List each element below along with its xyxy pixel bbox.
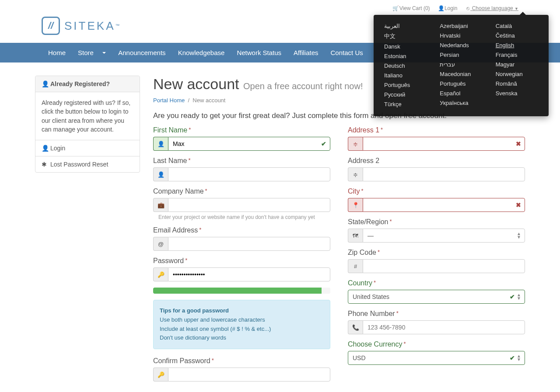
language-option[interactable]: Magyar — [496, 61, 538, 68]
language-option[interactable]: Čeština — [496, 32, 538, 39]
x-icon: ✖ — [516, 140, 521, 147]
password-tips: Tips for a good password Use both upper … — [153, 300, 330, 349]
language-option[interactable]: Azerbaijani — [440, 23, 482, 29]
first-name-label: First Name — [153, 126, 330, 134]
nav-store[interactable]: Store — [72, 43, 112, 62]
address1-input[interactable] — [368, 140, 520, 147]
language-option[interactable]: Türkçe — [384, 101, 427, 108]
signpost-icon: ≑ — [348, 137, 363, 151]
currency-select[interactable]: USD — [353, 354, 366, 361]
check-icon: ✔ — [321, 140, 326, 147]
language-option[interactable]: English — [496, 42, 538, 49]
email-input[interactable] — [173, 240, 326, 247]
language-option[interactable]: Українська — [440, 100, 482, 106]
language-option[interactable]: Français — [496, 52, 538, 58]
language-option[interactable]: Macedonian — [440, 71, 482, 77]
login-link[interactable]: 👤 Login — [438, 5, 458, 11]
chevron-down-icon — [102, 52, 106, 54]
city-label: City — [348, 187, 525, 195]
sidebar-login-link[interactable]: 👤Login — [35, 140, 140, 156]
nav-contact[interactable]: Contact Us — [325, 43, 369, 62]
choose-language-link[interactable]: ⎋ Choose language ▼ — [465, 5, 518, 11]
language-option[interactable]: Hrvatski — [440, 32, 482, 39]
logo-icon: // — [42, 17, 60, 35]
globe-icon: ⎋ — [465, 5, 470, 11]
currency-label: Choose Currency — [348, 340, 525, 348]
chevron-updown-icon: ▲▼ — [517, 354, 521, 361]
language-option[interactable]: Português — [384, 82, 427, 88]
check-icon: ✔ — [510, 354, 515, 361]
phone-label: Phone Number — [348, 310, 525, 318]
address2-input[interactable] — [368, 171, 520, 178]
briefcase-icon: 💼 — [153, 198, 168, 212]
language-option[interactable]: Norwegian — [496, 71, 538, 77]
language-option[interactable]: Italiano — [384, 72, 427, 79]
language-option[interactable]: Persian — [440, 52, 482, 58]
language-option[interactable]: Nederlands — [440, 42, 482, 49]
nav-network-status[interactable]: Network Status — [231, 43, 287, 62]
x-icon: ✖ — [516, 201, 521, 208]
topbar: 🛒 View Cart (0) 👤 Login ⎋ Choose languag… — [42, 0, 518, 17]
language-option[interactable]: Català — [496, 23, 538, 29]
panel-title: Already Registered? — [50, 80, 110, 87]
country-select[interactable]: United States — [353, 293, 389, 300]
language-option[interactable]: Dansk — [384, 43, 427, 50]
breadcrumb-current: New account — [192, 97, 225, 104]
confirm-password-label: Confirm Password — [153, 357, 330, 365]
user-icon: 👤 — [438, 5, 443, 11]
nav-affiliates[interactable]: Affiliates — [287, 43, 324, 62]
password-strength-bar — [153, 288, 330, 294]
panel-body: Already registered with us? If so, click… — [35, 92, 140, 140]
language-option[interactable]: עברית — [440, 61, 482, 68]
password-input[interactable] — [173, 271, 326, 278]
state-label: State/Region — [348, 218, 525, 226]
user-icon: 👤 — [153, 167, 168, 181]
city-input[interactable] — [368, 201, 520, 208]
user-icon: 👤 — [153, 137, 168, 151]
hash-icon: # — [348, 259, 363, 273]
company-input[interactable] — [173, 201, 326, 208]
pin-icon: 📍 — [348, 198, 363, 212]
language-option[interactable]: Deutsch — [384, 62, 427, 69]
chevron-updown-icon: ▲▼ — [517, 232, 521, 239]
breadcrumb-home[interactable]: Portal Home — [153, 97, 185, 104]
last-name-input[interactable] — [173, 171, 326, 178]
zip-input[interactable] — [368, 263, 520, 270]
nav-announcements[interactable]: Announcements — [112, 43, 172, 62]
company-help: Enter your project or website name if yo… — [153, 212, 330, 220]
phone-icon: 📞 — [348, 320, 363, 334]
view-cart-link[interactable]: 🛒 View Cart (0) — [392, 5, 430, 11]
nav-home[interactable]: Home — [42, 43, 72, 62]
at-icon: @ — [153, 237, 168, 251]
key-icon: 🔑 — [153, 267, 168, 281]
sidebar-reset-link[interactable]: ✱Lost Password Reset — [35, 156, 140, 172]
address1-label: Address 1 — [348, 126, 525, 134]
language-option[interactable]: Svenska — [496, 90, 538, 97]
confirm-password-input[interactable] — [173, 371, 326, 378]
user-icon: 👤 — [42, 145, 47, 152]
nav-knowledgebase[interactable]: Knowledgebase — [172, 43, 231, 62]
check-icon: ✔ — [510, 293, 515, 300]
language-option[interactable]: Estonian — [384, 53, 427, 59]
language-option[interactable]: Русский — [384, 91, 427, 98]
language-option[interactable]: 中文 — [384, 32, 427, 40]
language-dropdown: العربية中文DanskEstonianDeutschItalianoPor… — [374, 15, 549, 116]
already-registered-panel: 👤Already Registered? Already registered … — [35, 76, 140, 173]
language-option[interactable]: Română — [496, 80, 538, 87]
language-option[interactable]: العربية — [384, 23, 427, 29]
email-label: Email Address — [153, 226, 330, 234]
zip-label: Zip Code — [348, 249, 525, 257]
first-name-input[interactable] — [173, 140, 326, 147]
logo[interactable]: // SITEKA™ — [42, 17, 119, 35]
state-select[interactable]: — — [368, 232, 374, 239]
chevron-updown-icon: ▲▼ — [517, 293, 521, 300]
last-name-label: Last Name — [153, 157, 330, 165]
logo-text: SITEKA — [64, 19, 115, 32]
language-option[interactable]: Español — [440, 90, 482, 97]
language-option[interactable]: Português — [440, 80, 482, 87]
user-icon: 👤 — [42, 80, 47, 87]
password-label: Password — [153, 257, 330, 265]
company-label: Company Name — [153, 187, 330, 195]
phone-input[interactable] — [368, 324, 520, 331]
map-icon: 🗺 — [348, 229, 363, 243]
